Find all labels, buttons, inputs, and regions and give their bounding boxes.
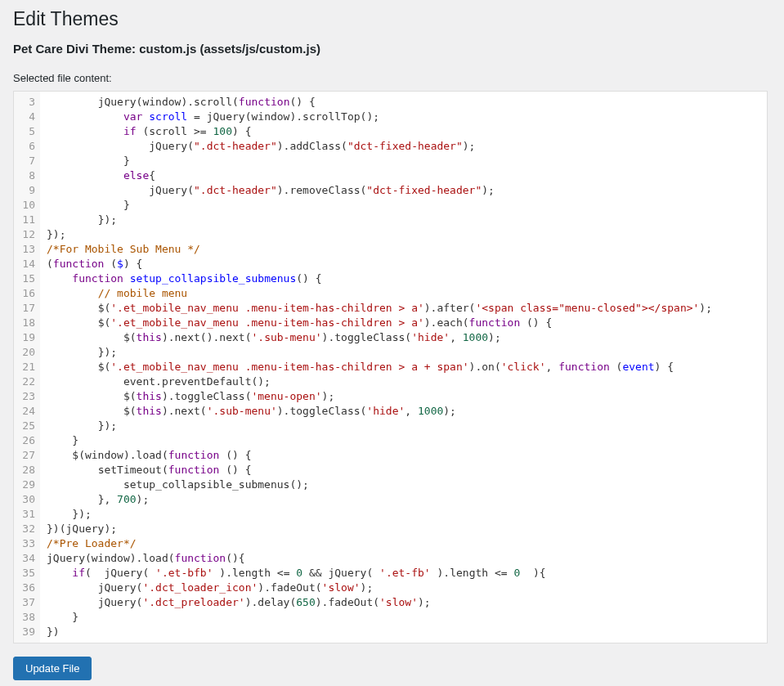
line-number: 4 xyxy=(17,110,35,124)
code-line[interactable]: $('.et_mobile_nav_menu .menu-item-has-ch… xyxy=(47,301,760,316)
page-title: Edit Themes xyxy=(13,8,768,30)
code-line[interactable]: setup_collapsible_submenus(); xyxy=(47,478,760,492)
code-line[interactable]: if( jQuery( '.et-bfb' ).length <= 0 && j… xyxy=(47,566,760,581)
line-number: 28 xyxy=(17,463,35,478)
selected-file-label: Selected file content: xyxy=(13,72,768,84)
code-line[interactable]: /*For Mobile Sub Menu */ xyxy=(47,242,760,257)
line-number: 30 xyxy=(17,492,35,507)
line-number: 37 xyxy=(17,595,35,610)
line-number: 9 xyxy=(17,183,35,198)
code-line[interactable]: }, 700); xyxy=(47,492,760,507)
line-number: 5 xyxy=(17,124,35,139)
line-number: 36 xyxy=(17,581,35,595)
code-line[interactable]: jQuery(window).scroll(function() { xyxy=(47,95,760,110)
line-number: 7 xyxy=(17,154,35,168)
code-line[interactable]: $(window).load(function () { xyxy=(47,448,760,463)
line-number: 27 xyxy=(17,448,35,463)
line-number: 20 xyxy=(17,345,35,360)
line-number: 26 xyxy=(17,433,35,448)
line-number: 14 xyxy=(17,257,35,271)
line-number: 35 xyxy=(17,566,35,581)
code-line[interactable]: jQuery(window).load(function(){ xyxy=(47,551,760,566)
line-number: 29 xyxy=(17,478,35,492)
code-line[interactable]: } xyxy=(47,433,760,448)
code-line[interactable]: /*Pre Loader*/ xyxy=(47,536,760,551)
line-number: 12 xyxy=(17,227,35,242)
line-number: 8 xyxy=(17,168,35,183)
line-number: 19 xyxy=(17,330,35,345)
line-number: 25 xyxy=(17,419,35,433)
code-line[interactable]: } xyxy=(47,198,760,213)
code-line[interactable]: jQuery(".dct-header").removeClass("dct-f… xyxy=(47,183,760,198)
line-number: 22 xyxy=(17,374,35,389)
code-line[interactable]: setTimeout(function () { xyxy=(47,463,760,478)
code-line[interactable]: jQuery('.dct_preloader').delay(650).fade… xyxy=(47,595,760,610)
line-number: 15 xyxy=(17,271,35,286)
code-line[interactable]: // mobile menu xyxy=(47,286,760,301)
line-number: 38 xyxy=(17,610,35,625)
line-number: 18 xyxy=(17,316,35,330)
line-number: 21 xyxy=(17,360,35,374)
line-number: 34 xyxy=(17,551,35,566)
code-line[interactable]: })(jQuery); xyxy=(47,522,760,536)
code-line[interactable]: if (scroll >= 100) { xyxy=(47,124,760,139)
update-file-button[interactable]: Update File xyxy=(13,657,92,680)
code-line[interactable]: }); xyxy=(47,507,760,522)
code-line[interactable]: }); xyxy=(47,213,760,227)
line-number: 16 xyxy=(17,286,35,301)
line-number: 3 xyxy=(17,95,35,110)
code-line[interactable]: } xyxy=(47,610,760,625)
line-number: 17 xyxy=(17,301,35,316)
code-line[interactable]: }); xyxy=(47,419,760,433)
code-line[interactable]: $(this).next('.sub-menu').toggleClass('h… xyxy=(47,404,760,419)
code-line[interactable]: }); xyxy=(47,345,760,360)
code-line[interactable]: (function ($) { xyxy=(47,257,760,271)
code-line[interactable]: else{ xyxy=(47,168,760,183)
line-number: 39 xyxy=(17,625,35,639)
line-number: 13 xyxy=(17,242,35,257)
line-number: 31 xyxy=(17,507,35,522)
code-content[interactable]: jQuery(window).scroll(function() { var s… xyxy=(40,92,767,643)
code-line[interactable]: } xyxy=(47,154,760,168)
line-number-gutter: 3456789101112131415161718192021222324252… xyxy=(14,92,40,643)
file-title: Pet Care Divi Theme: custom.js (assets/j… xyxy=(13,42,768,56)
line-number: 11 xyxy=(17,213,35,227)
code-line[interactable]: }) xyxy=(47,625,760,639)
code-line[interactable]: jQuery(".dct-header").addClass("dct-fixe… xyxy=(47,139,760,154)
code-line[interactable]: $(this).next().next('.sub-menu').toggleC… xyxy=(47,330,760,345)
code-line[interactable]: $('.et_mobile_nav_menu .menu-item-has-ch… xyxy=(47,360,760,374)
code-editor[interactable]: 3456789101112131415161718192021222324252… xyxy=(13,91,768,643)
code-line[interactable]: event.preventDefault(); xyxy=(47,374,760,389)
line-number: 32 xyxy=(17,522,35,536)
code-line[interactable]: var scroll = jQuery(window).scrollTop(); xyxy=(47,110,760,124)
code-line[interactable]: function setup_collapsible_submenus() { xyxy=(47,271,760,286)
line-number: 6 xyxy=(17,139,35,154)
line-number: 33 xyxy=(17,536,35,551)
line-number: 24 xyxy=(17,404,35,419)
code-line[interactable]: $(this).toggleClass('menu-open'); xyxy=(47,389,760,404)
line-number: 10 xyxy=(17,198,35,213)
code-line[interactable]: $('.et_mobile_nav_menu .menu-item-has-ch… xyxy=(47,316,760,330)
code-line[interactable]: jQuery('.dct_loader_icon').fadeOut('slow… xyxy=(47,581,760,595)
code-line[interactable]: }); xyxy=(47,227,760,242)
line-number: 23 xyxy=(17,389,35,404)
